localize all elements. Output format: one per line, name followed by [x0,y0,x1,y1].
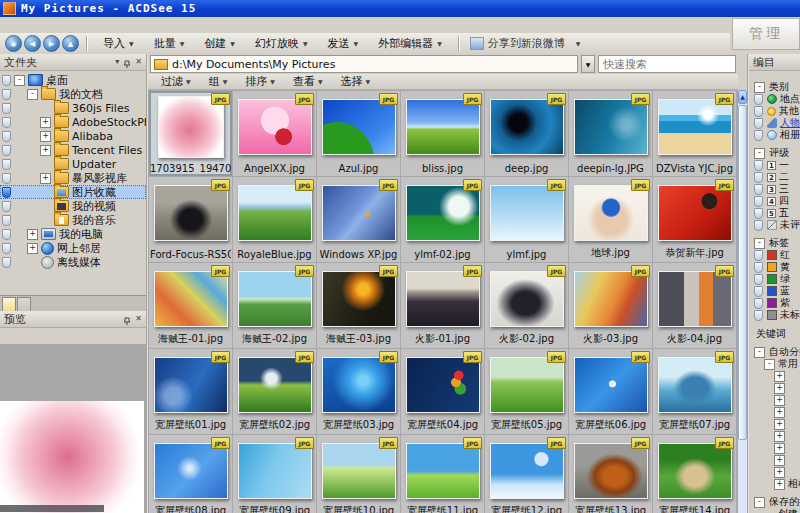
catalog-item[interactable]: + [774,418,800,430]
filter-dropdown-button[interactable]: 组▼ [200,74,237,89]
tree-expander-icon[interactable]: + [40,145,51,156]
tree-expander-icon[interactable]: - [754,82,765,93]
tree-expander-icon[interactable]: - [754,238,765,249]
folder-tree-item[interactable]: 我的视频 [0,199,146,213]
tree-expander-icon[interactable]: + [774,407,785,418]
file-thumbnail-cell[interactable]: JPG Windows XP.jpg [317,177,400,262]
catalog-item[interactable]: 2 二 [752,171,800,183]
file-thumbnail-cell[interactable]: JPG 火影-03.jpg [569,263,652,348]
easy-select-shield-icon[interactable] [754,220,763,231]
catalog-item[interactable]: - 标签 [752,237,800,249]
folder-tree-item[interactable]: 360js Files [0,101,146,115]
file-thumbnail-cell[interactable]: JPG 宽屏壁纸11.jpg [401,435,484,513]
easy-select-shield-icon[interactable] [2,145,11,156]
scrollbar-up-arrow[interactable]: ▲ [738,90,747,104]
tree-expander-icon[interactable]: + [774,419,785,430]
catalog-item[interactable]: 关键词 [756,328,800,340]
file-thumbnail-cell[interactable]: JPG 火影-02.jpg [485,263,568,348]
tree-expander-icon[interactable]: - [764,359,775,370]
folder-tree-item[interactable]: Updater [0,157,146,171]
share-dropdown-icon[interactable]: ▼ [576,40,581,47]
tree-expander-icon[interactable]: - [27,89,38,100]
file-thumbnail-cell[interactable]: JPG 宽屏壁纸04.jpg [401,349,484,434]
easy-select-shield-icon[interactable] [754,298,763,309]
file-thumbnail-cell[interactable]: JPG 宽屏壁纸05.jpg [485,349,568,434]
tree-expander-icon[interactable]: + [40,117,51,128]
easy-select-shield-icon[interactable] [754,184,763,195]
catalog-item[interactable]: 未标签 [752,309,800,321]
catalog-item[interactable]: - 评级 [752,147,800,159]
catalog-item[interactable]: + [774,394,800,406]
catalog-item[interactable]: 4 四 [752,195,800,207]
file-thumbnail-cell[interactable]: JPG 1703915_19470200... [149,91,232,176]
tree-expander-icon[interactable]: + [774,467,785,478]
easy-select-shield-icon[interactable] [754,196,763,207]
pin-icon[interactable] [123,315,131,323]
easy-select-shield-icon[interactable] [2,215,11,226]
catalog-item[interactable]: + [774,454,800,466]
nav-button[interactable]: ▲ [62,35,79,52]
nav-button[interactable]: ◉ [5,35,22,52]
file-thumbnail-cell[interactable]: JPG Azul.jpg [317,91,400,176]
tree-expander-icon[interactable]: + [774,431,785,442]
easy-select-shield-icon[interactable] [2,187,11,198]
catalog-item[interactable]: 1 一 [752,159,800,171]
file-thumbnail-cell[interactable]: JPG deepin-lg.JPG [569,91,652,176]
tree-expander-icon[interactable]: + [27,229,38,240]
easy-select-shield-icon[interactable] [754,262,763,273]
scrollbar-thumb[interactable] [738,105,747,440]
catalog-item[interactable]: 蓝 [752,285,800,297]
file-thumbnail-cell[interactable]: JPG 恭贺新年.jpg [653,177,736,262]
quick-search-input[interactable] [598,55,736,73]
easy-select-shield-icon[interactable] [2,229,11,240]
tree-expander-icon[interactable]: - [14,75,25,86]
tree-expander-icon[interactable]: - [754,497,765,508]
file-thumbnail-cell[interactable]: JPG ylmf.jpg [485,177,568,262]
catalog-item[interactable]: + [774,442,800,454]
file-thumbnail-cell[interactable]: JPG ylmf-02.jpg [401,177,484,262]
file-thumbnail-cell[interactable]: JPG 地球.jpg [569,177,652,262]
file-thumbnail-cell[interactable]: JPG 宽屏壁纸08.jpg [149,435,232,513]
easy-select-shield-icon[interactable] [2,173,11,184]
folder-tree-item[interactable]: 离线媒体 [0,255,146,269]
tree-expander-icon[interactable]: + [774,371,785,382]
folder-tree-item[interactable]: + 暴风影视库 [0,171,146,185]
easy-select-shield-icon[interactable] [754,130,763,141]
panel-tab[interactable] [2,297,16,312]
toolbar-dropdown-button[interactable]: 幻灯放映▼ [245,34,318,53]
easy-select-shield-icon[interactable] [2,159,11,170]
file-thumbnail-cell[interactable]: JPG 宽屏壁纸01.jpg [149,349,232,434]
easy-select-shield-icon[interactable] [754,160,763,171]
file-thumbnail-cell[interactable]: JPG 火影-01.jpg [401,263,484,348]
easy-select-shield-icon[interactable] [2,243,11,254]
file-thumbnail-cell[interactable]: JPG 宽屏壁纸06.jpg [569,349,652,434]
easy-select-shield-icon[interactable] [754,250,763,261]
filter-dropdown-button[interactable]: 过滤▼ [152,74,200,89]
easy-select-shield-icon[interactable] [2,75,11,86]
chevron-down-icon[interactable]: ▾ [115,58,119,66]
grid-scrollbar[interactable]: ▲ [738,90,747,513]
filter-dropdown-button[interactable]: 查看▼ [284,74,332,89]
close-icon[interactable]: ✕ [135,58,142,66]
file-thumbnail-cell[interactable]: JPG deep.jpg [485,91,568,176]
tree-expander-icon[interactable]: + [40,131,51,142]
file-thumbnail-cell[interactable]: JPG RoyaleBlue.jpg [233,177,316,262]
path-field[interactable]: d:\My Documents\My Pictures [150,55,578,73]
catalog-item[interactable]: 红 [752,249,800,261]
catalog-item[interactable]: 3 三 [752,183,800,195]
catalog-item[interactable]: + [774,382,800,394]
tree-expander-icon[interactable]: + [40,173,51,184]
file-thumbnail-cell[interactable]: JPG 宽屏壁纸14.jpg [653,435,736,513]
file-thumbnail-cell[interactable]: JPG 火影-04.jpg [653,263,736,348]
close-icon[interactable]: ✕ [135,315,142,323]
easy-select-shield-icon[interactable] [2,117,11,128]
folder-tree-item[interactable]: 我的音乐 [0,213,146,227]
catalog-item[interactable]: 相册 [752,129,800,141]
toolbar-dropdown-button[interactable]: 外部编辑器▼ [368,34,452,53]
easy-select-shield-icon[interactable] [754,286,763,297]
easy-select-shield-icon[interactable] [754,310,763,321]
path-dropdown-button[interactable]: ▼ [581,55,595,73]
folder-tree-item[interactable]: + 网上邻居 [0,241,146,255]
folder-tree-item[interactable]: 图片收藏 [0,185,146,199]
catalog-item[interactable]: + 相机 [774,478,800,490]
